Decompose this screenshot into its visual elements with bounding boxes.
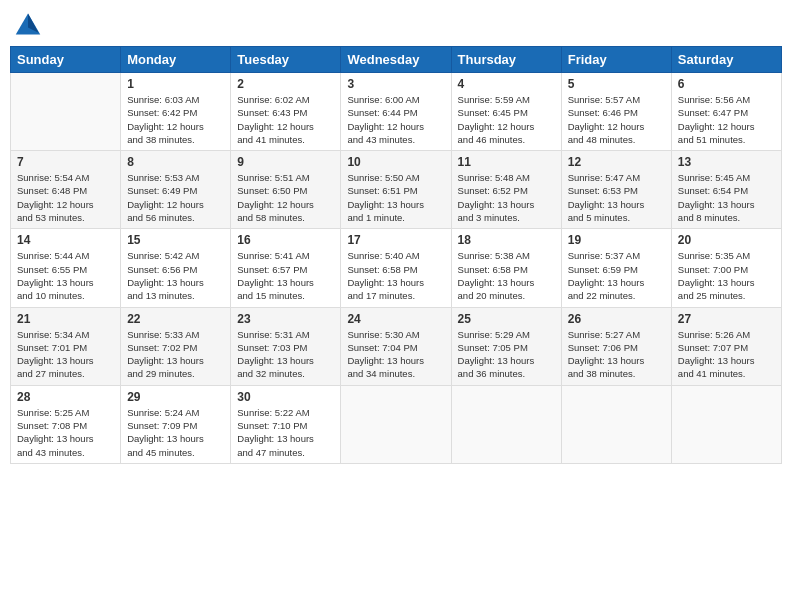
day-number: 9 (237, 155, 334, 169)
day-number: 24 (347, 312, 444, 326)
column-header-tuesday: Tuesday (231, 47, 341, 73)
day-number: 20 (678, 233, 775, 247)
day-number: 26 (568, 312, 665, 326)
day-number: 23 (237, 312, 334, 326)
day-number: 7 (17, 155, 114, 169)
calendar-cell: 28Sunrise: 5:25 AM Sunset: 7:08 PM Dayli… (11, 385, 121, 463)
column-header-wednesday: Wednesday (341, 47, 451, 73)
calendar-cell: 17Sunrise: 5:40 AM Sunset: 6:58 PM Dayli… (341, 229, 451, 307)
calendar-cell: 19Sunrise: 5:37 AM Sunset: 6:59 PM Dayli… (561, 229, 671, 307)
day-info: Sunrise: 5:42 AM Sunset: 6:56 PM Dayligh… (127, 249, 224, 302)
calendar-week-row: 7Sunrise: 5:54 AM Sunset: 6:48 PM Daylig… (11, 151, 782, 229)
calendar-cell: 21Sunrise: 5:34 AM Sunset: 7:01 PM Dayli… (11, 307, 121, 385)
day-number: 25 (458, 312, 555, 326)
day-number: 22 (127, 312, 224, 326)
day-info: Sunrise: 5:22 AM Sunset: 7:10 PM Dayligh… (237, 406, 334, 459)
day-info: Sunrise: 5:53 AM Sunset: 6:49 PM Dayligh… (127, 171, 224, 224)
day-number: 19 (568, 233, 665, 247)
day-number: 2 (237, 77, 334, 91)
calendar-cell: 27Sunrise: 5:26 AM Sunset: 7:07 PM Dayli… (671, 307, 781, 385)
calendar-week-row: 21Sunrise: 5:34 AM Sunset: 7:01 PM Dayli… (11, 307, 782, 385)
column-header-sunday: Sunday (11, 47, 121, 73)
logo-icon (14, 10, 42, 38)
day-number: 1 (127, 77, 224, 91)
day-number: 29 (127, 390, 224, 404)
day-info: Sunrise: 5:59 AM Sunset: 6:45 PM Dayligh… (458, 93, 555, 146)
column-header-monday: Monday (121, 47, 231, 73)
calendar-cell: 6Sunrise: 5:56 AM Sunset: 6:47 PM Daylig… (671, 73, 781, 151)
calendar-cell: 11Sunrise: 5:48 AM Sunset: 6:52 PM Dayli… (451, 151, 561, 229)
calendar-cell: 1Sunrise: 6:03 AM Sunset: 6:42 PM Daylig… (121, 73, 231, 151)
calendar-cell (561, 385, 671, 463)
day-info: Sunrise: 5:51 AM Sunset: 6:50 PM Dayligh… (237, 171, 334, 224)
day-info: Sunrise: 5:44 AM Sunset: 6:55 PM Dayligh… (17, 249, 114, 302)
day-number: 6 (678, 77, 775, 91)
day-number: 18 (458, 233, 555, 247)
day-number: 14 (17, 233, 114, 247)
logo (14, 10, 46, 38)
calendar-cell: 25Sunrise: 5:29 AM Sunset: 7:05 PM Dayli… (451, 307, 561, 385)
calendar-cell: 29Sunrise: 5:24 AM Sunset: 7:09 PM Dayli… (121, 385, 231, 463)
calendar-cell: 24Sunrise: 5:30 AM Sunset: 7:04 PM Dayli… (341, 307, 451, 385)
day-info: Sunrise: 5:27 AM Sunset: 7:06 PM Dayligh… (568, 328, 665, 381)
calendar-cell: 5Sunrise: 5:57 AM Sunset: 6:46 PM Daylig… (561, 73, 671, 151)
day-info: Sunrise: 5:45 AM Sunset: 6:54 PM Dayligh… (678, 171, 775, 224)
calendar-cell (451, 385, 561, 463)
calendar-cell: 12Sunrise: 5:47 AM Sunset: 6:53 PM Dayli… (561, 151, 671, 229)
calendar-cell: 22Sunrise: 5:33 AM Sunset: 7:02 PM Dayli… (121, 307, 231, 385)
calendar-cell: 20Sunrise: 5:35 AM Sunset: 7:00 PM Dayli… (671, 229, 781, 307)
day-number: 10 (347, 155, 444, 169)
day-info: Sunrise: 5:37 AM Sunset: 6:59 PM Dayligh… (568, 249, 665, 302)
day-number: 3 (347, 77, 444, 91)
day-number: 28 (17, 390, 114, 404)
day-info: Sunrise: 5:29 AM Sunset: 7:05 PM Dayligh… (458, 328, 555, 381)
calendar-cell: 30Sunrise: 5:22 AM Sunset: 7:10 PM Dayli… (231, 385, 341, 463)
day-number: 15 (127, 233, 224, 247)
day-info: Sunrise: 5:47 AM Sunset: 6:53 PM Dayligh… (568, 171, 665, 224)
calendar-cell: 23Sunrise: 5:31 AM Sunset: 7:03 PM Dayli… (231, 307, 341, 385)
day-number: 12 (568, 155, 665, 169)
day-number: 17 (347, 233, 444, 247)
calendar-cell: 13Sunrise: 5:45 AM Sunset: 6:54 PM Dayli… (671, 151, 781, 229)
day-number: 5 (568, 77, 665, 91)
day-info: Sunrise: 5:50 AM Sunset: 6:51 PM Dayligh… (347, 171, 444, 224)
day-number: 13 (678, 155, 775, 169)
calendar-cell: 26Sunrise: 5:27 AM Sunset: 7:06 PM Dayli… (561, 307, 671, 385)
day-info: Sunrise: 5:26 AM Sunset: 7:07 PM Dayligh… (678, 328, 775, 381)
day-info: Sunrise: 5:34 AM Sunset: 7:01 PM Dayligh… (17, 328, 114, 381)
calendar-cell: 18Sunrise: 5:38 AM Sunset: 6:58 PM Dayli… (451, 229, 561, 307)
calendar-cell (341, 385, 451, 463)
day-number: 21 (17, 312, 114, 326)
day-number: 4 (458, 77, 555, 91)
column-header-friday: Friday (561, 47, 671, 73)
day-number: 16 (237, 233, 334, 247)
column-header-saturday: Saturday (671, 47, 781, 73)
day-info: Sunrise: 6:02 AM Sunset: 6:43 PM Dayligh… (237, 93, 334, 146)
calendar-cell (671, 385, 781, 463)
calendar-cell (11, 73, 121, 151)
calendar-cell: 8Sunrise: 5:53 AM Sunset: 6:49 PM Daylig… (121, 151, 231, 229)
calendar-cell: 2Sunrise: 6:02 AM Sunset: 6:43 PM Daylig… (231, 73, 341, 151)
calendar-cell: 16Sunrise: 5:41 AM Sunset: 6:57 PM Dayli… (231, 229, 341, 307)
calendar-week-row: 28Sunrise: 5:25 AM Sunset: 7:08 PM Dayli… (11, 385, 782, 463)
calendar-header-row: SundayMondayTuesdayWednesdayThursdayFrid… (11, 47, 782, 73)
calendar-week-row: 1Sunrise: 6:03 AM Sunset: 6:42 PM Daylig… (11, 73, 782, 151)
calendar-cell: 7Sunrise: 5:54 AM Sunset: 6:48 PM Daylig… (11, 151, 121, 229)
calendar-cell: 14Sunrise: 5:44 AM Sunset: 6:55 PM Dayli… (11, 229, 121, 307)
day-number: 27 (678, 312, 775, 326)
page-header (10, 10, 782, 38)
day-number: 11 (458, 155, 555, 169)
calendar-table: SundayMondayTuesdayWednesdayThursdayFrid… (10, 46, 782, 464)
calendar-week-row: 14Sunrise: 5:44 AM Sunset: 6:55 PM Dayli… (11, 229, 782, 307)
calendar-cell: 15Sunrise: 5:42 AM Sunset: 6:56 PM Dayli… (121, 229, 231, 307)
day-info: Sunrise: 6:03 AM Sunset: 6:42 PM Dayligh… (127, 93, 224, 146)
day-info: Sunrise: 5:24 AM Sunset: 7:09 PM Dayligh… (127, 406, 224, 459)
day-info: Sunrise: 5:48 AM Sunset: 6:52 PM Dayligh… (458, 171, 555, 224)
day-info: Sunrise: 5:25 AM Sunset: 7:08 PM Dayligh… (17, 406, 114, 459)
day-info: Sunrise: 5:40 AM Sunset: 6:58 PM Dayligh… (347, 249, 444, 302)
calendar-cell: 10Sunrise: 5:50 AM Sunset: 6:51 PM Dayli… (341, 151, 451, 229)
day-info: Sunrise: 5:31 AM Sunset: 7:03 PM Dayligh… (237, 328, 334, 381)
day-info: Sunrise: 5:30 AM Sunset: 7:04 PM Dayligh… (347, 328, 444, 381)
calendar-cell: 3Sunrise: 6:00 AM Sunset: 6:44 PM Daylig… (341, 73, 451, 151)
day-info: Sunrise: 5:33 AM Sunset: 7:02 PM Dayligh… (127, 328, 224, 381)
